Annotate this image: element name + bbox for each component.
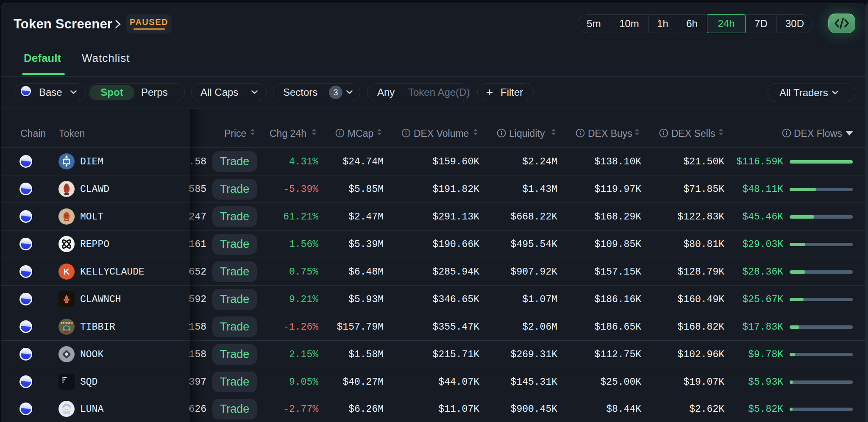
svg-text:TIBBIR: TIBBIR (61, 321, 73, 325)
